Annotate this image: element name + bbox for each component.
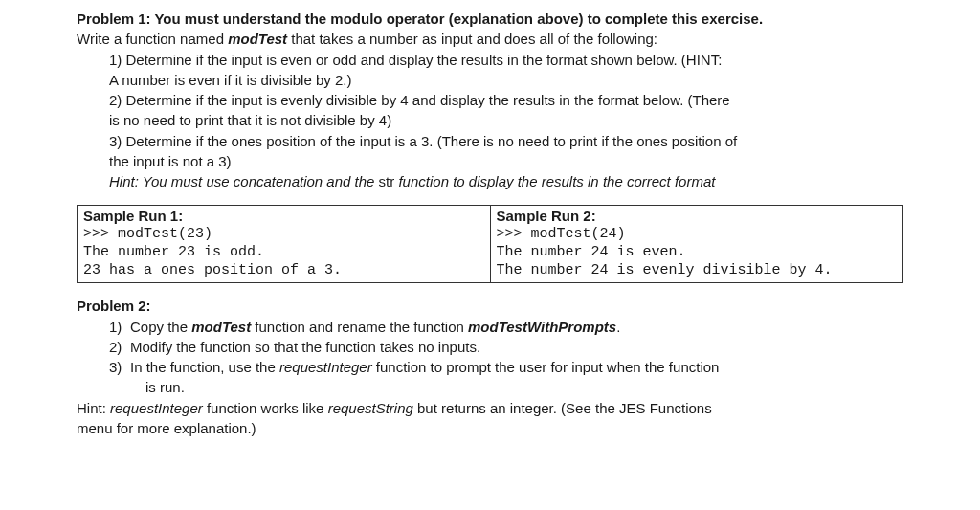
- problem-1-steps: 1) Determine if the input is even or odd…: [77, 51, 903, 192]
- sample-1-title: Sample Run 1:: [83, 208, 484, 226]
- step-number: 3): [109, 358, 130, 377]
- hint-str: str: [379, 173, 395, 189]
- problem-2-hint-line-a: Hint: requestInteger function works like…: [77, 399, 903, 418]
- step-number: 1): [109, 318, 130, 337]
- intro-text-b: that takes a number as input and does al…: [287, 31, 657, 47]
- p2-s3-a: In the function, use the: [130, 359, 279, 375]
- problem-1-title: Problem 1: You must understand the modul…: [77, 10, 903, 29]
- p2-step-1: 1)Copy the modTest function and rename t…: [109, 318, 903, 337]
- p2-hint-a: Hint:: [77, 400, 110, 416]
- problem-1-intro: Write a function named modTest that take…: [77, 30, 903, 49]
- p2-s1-fn1: modTest: [191, 319, 251, 335]
- hint-text-a: Hint: You must use concatenation and the: [109, 173, 379, 189]
- step-2-line-b: is no need to print that it is not divis…: [109, 111, 903, 130]
- problem-1: Problem 1: You must understand the modul…: [77, 10, 903, 191]
- step-1-line-b: A number is even if it is divisible by 2…: [109, 71, 903, 90]
- sample-2-title: Sample Run 2:: [497, 208, 898, 226]
- step-1-line-a: 1) Determine if the input is even or odd…: [109, 51, 903, 70]
- p2-step-3-line-a: 3)In the function, use the requestIntege…: [109, 358, 903, 377]
- step-2-line-a: 2) Determine if the input is evenly divi…: [109, 91, 903, 110]
- sample-run-1: Sample Run 1: >>> modTest(23) The number…: [78, 206, 491, 283]
- problem-1-label: Problem 1:: [77, 11, 154, 27]
- p2-s1-fn2: modTestWithPrompts: [468, 319, 616, 335]
- problem-1-hint: Hint: You must use concatenation and the…: [109, 172, 903, 191]
- p2-s1-a: Copy the: [130, 319, 191, 335]
- problem-1-heading: You must understand the modulo operator …: [154, 11, 763, 27]
- sample-2-line-1: >>> modTest(24): [497, 226, 898, 244]
- p2-hint-b: function works like: [203, 400, 328, 416]
- table-row: Sample Run 1: >>> modTest(23) The number…: [78, 206, 903, 283]
- sample-1-line-3: 23 has a ones position of a 3.: [83, 262, 484, 280]
- p2-hint-c: but returns an integer. (See the JES Fun…: [413, 400, 712, 416]
- p2-hint-fn2: requestString: [328, 400, 413, 416]
- p2-hint-fn1: requestInteger: [110, 400, 203, 416]
- step-3-line-b: the input is not a 3): [109, 152, 903, 171]
- p2-s1-b: function and rename the function: [251, 319, 468, 335]
- problem-2: Problem 2: 1)Copy the modTest function a…: [77, 297, 903, 438]
- sample-2-line-3: The number 24 is evenly divisible by 4.: [497, 262, 898, 280]
- sample-1-line-1: >>> modTest(23): [83, 226, 484, 244]
- sample-run-2: Sample Run 2: >>> modTest(24) The number…: [490, 206, 903, 283]
- problem-2-hint-line-b: menu for more explanation.): [77, 419, 903, 438]
- sample-runs-table: Sample Run 1: >>> modTest(23) The number…: [77, 205, 903, 283]
- intro-fn-name: modTest: [228, 31, 287, 47]
- step-3-line-a: 3) Determine if the ones position of the…: [109, 132, 903, 151]
- sample-1-line-2: The number 23 is odd.: [83, 244, 484, 262]
- sample-2-line-2: The number 24 is even.: [497, 244, 898, 262]
- hint-text-b: function to display the results in the c…: [394, 173, 715, 189]
- p2-s3-fn: requestInteger: [279, 359, 372, 375]
- p2-step-3-line-b: is run.: [109, 378, 903, 397]
- p2-s3-b: function to prompt the user for input wh…: [372, 359, 720, 375]
- problem-2-steps: 1)Copy the modTest function and rename t…: [77, 318, 903, 398]
- p2-s2-text: Modify the function so that the function…: [130, 339, 480, 355]
- p2-step-2: 2)Modify the function so that the functi…: [109, 338, 903, 357]
- step-number: 2): [109, 338, 130, 357]
- intro-text-a: Write a function named: [77, 31, 228, 47]
- problem-2-title: Problem 2:: [77, 297, 903, 316]
- p2-s1-c: .: [616, 319, 620, 335]
